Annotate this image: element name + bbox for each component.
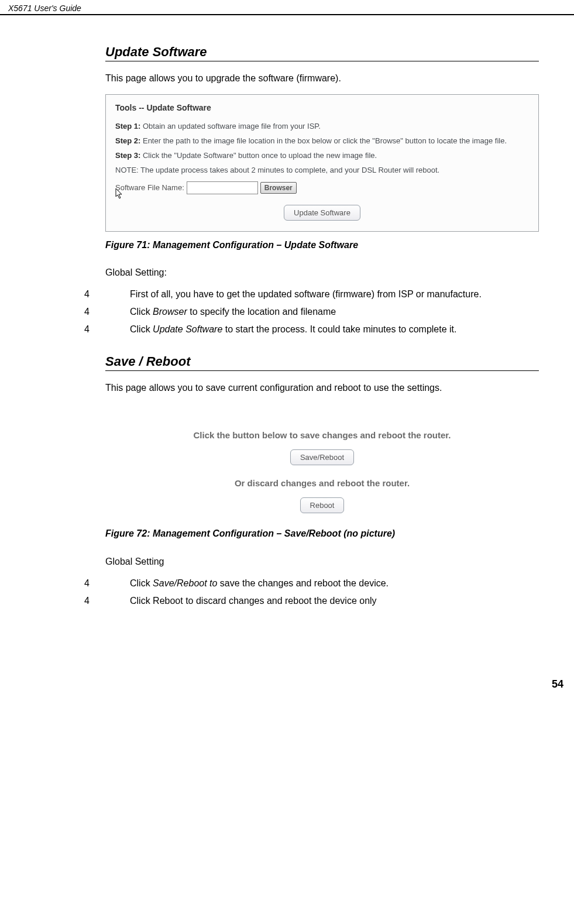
- page-number: 54: [0, 678, 574, 691]
- screenshot-step1: Step 1: Obtain an updated software image…: [115, 122, 529, 130]
- save-reboot-line2: Or discard changes and reboot the router…: [111, 478, 533, 488]
- step-text-italic: Browser: [153, 307, 187, 317]
- step-number: 4: [105, 322, 119, 336]
- step-text-prefix: Click: [130, 324, 153, 334]
- step-text-prefix: Click: [130, 578, 153, 588]
- save-reboot-intro: This page allows you to save current con…: [105, 382, 539, 394]
- update-software-button[interactable]: Update Software: [284, 205, 360, 221]
- screenshot-title: Tools -- Update Software: [115, 103, 529, 112]
- step-text-prefix: Click: [130, 307, 153, 317]
- file-name-input[interactable]: [187, 181, 258, 194]
- section-underline: [105, 61, 539, 61]
- figure72-caption: Figure 72: Management Configuration – Sa…: [105, 527, 539, 540]
- page-body: Update Software This page allows you to …: [0, 15, 574, 631]
- step-number: 4: [105, 287, 119, 301]
- step2-text: Enter the path to the image file locatio…: [143, 136, 507, 145]
- update-button-row: Update Software: [115, 205, 529, 221]
- screenshot-update-software: Tools -- Update Software Step 1: Obtain …: [105, 94, 539, 232]
- step-number: 4: [105, 576, 119, 590]
- step-text-italic: Save/Reboot to: [153, 578, 217, 588]
- section-heading-save-reboot: Save / Reboot: [105, 354, 539, 369]
- step-text: First of all, you have to get the update…: [130, 289, 482, 299]
- save-reboot-button-wrap: Save/Reboot: [111, 449, 533, 465]
- reboot-button-wrap: Reboot: [111, 497, 533, 513]
- step-number: 4: [105, 305, 119, 319]
- global-setting-label-1: Global Setting:: [105, 266, 539, 279]
- reboot-button[interactable]: Reboot: [300, 497, 345, 513]
- list-item: 4First of all, you have to get the updat…: [105, 287, 539, 301]
- list-item: 4Click Update Software to start the proc…: [105, 322, 539, 336]
- screenshot-step3: Step 3: Click the "Update Software" butt…: [115, 151, 529, 160]
- step2-label: Step 2:: [115, 136, 140, 145]
- step1-label: Step 1:: [115, 122, 140, 130]
- list-item: 4Click Browser to specify the location a…: [105, 305, 539, 319]
- screenshot-note: NOTE: The update process takes about 2 m…: [115, 166, 529, 174]
- file-input-row: Software File Name: Browser: [115, 181, 529, 194]
- figure71-caption: Figure 71: Management Configuration – Up…: [105, 239, 539, 252]
- screenshot-save-reboot: Click the button below to save changes a…: [105, 403, 539, 520]
- list-item: 4Click Save/Reboot to save the changes a…: [105, 576, 539, 590]
- file-field-label: Software File Name:: [115, 183, 184, 192]
- step-text-suffix: save the changes and reboot the device.: [217, 578, 389, 588]
- step-text: Click Reboot to discard changes and rebo…: [130, 596, 377, 606]
- step1-text: Obtain an updated software image file fr…: [143, 122, 321, 130]
- browse-button[interactable]: Browser: [260, 182, 297, 194]
- step3-label: Step 3:: [115, 151, 140, 160]
- list-item: 4Click Reboot to discard changes and reb…: [105, 594, 539, 608]
- screenshot-step2: Step 2: Enter the path to the image file…: [115, 136, 529, 145]
- step-text-suffix: to start the process. It could take minu…: [222, 324, 456, 334]
- step-number: 4: [105, 594, 119, 608]
- page-header: X5671 User's Guide: [0, 0, 574, 15]
- step-text-suffix: to specify the location and filename: [187, 307, 336, 317]
- section-heading-update-software: Update Software: [105, 44, 539, 60]
- step3-text: Click the "Update Software" button once …: [143, 151, 377, 160]
- update-software-steps: 4First of all, you have to get the updat…: [105, 287, 539, 336]
- save-reboot-button[interactable]: Save/Reboot: [290, 449, 354, 465]
- save-reboot-steps: 4Click Save/Reboot to save the changes a…: [105, 576, 539, 608]
- global-setting-label-2: Global Setting: [105, 555, 539, 568]
- save-reboot-line1: Click the button below to save changes a…: [111, 430, 533, 440]
- section-underline: [105, 370, 539, 371]
- header-left: X5671 User's Guide: [8, 4, 81, 13]
- step-text-italic: Update Software: [153, 324, 222, 334]
- update-software-intro: This page allows you to upgrade the soft…: [105, 72, 539, 85]
